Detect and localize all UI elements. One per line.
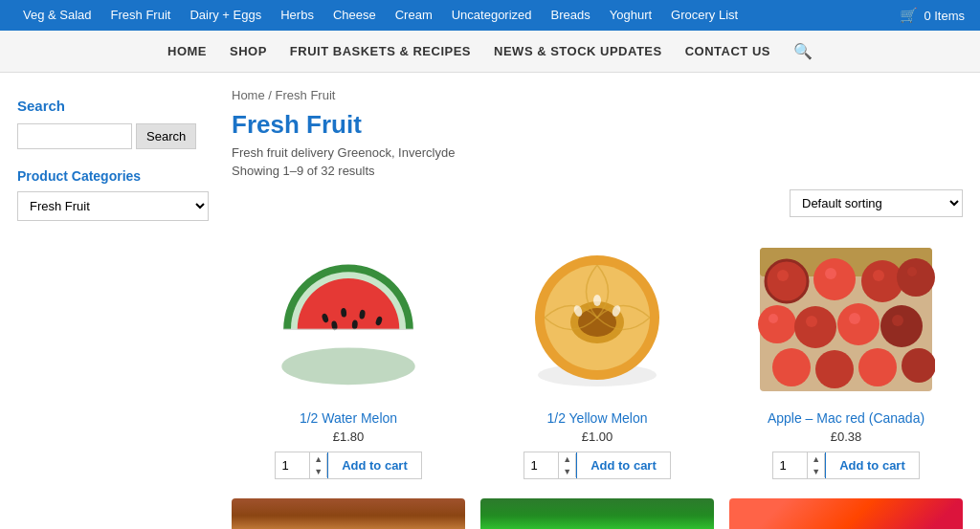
svg-point-36 bbox=[772, 348, 811, 386]
qty-up-apple[interactable]: ▲ bbox=[808, 453, 824, 466]
topnav-dairy-eggs[interactable]: Dairy + Eggs bbox=[182, 0, 269, 31]
qty-input-yellow-melon[interactable] bbox=[524, 452, 559, 478]
svg-point-33 bbox=[849, 313, 860, 324]
qty-up-yellow-melon[interactable]: ▲ bbox=[559, 453, 575, 466]
sorting-row: Default sorting Sort by popularity Sort … bbox=[232, 189, 963, 217]
svg-point-34 bbox=[880, 305, 923, 347]
mainnav-news[interactable]: NEWS & STOCK UPDATES bbox=[494, 44, 662, 58]
qty-input-watermelon[interactable] bbox=[276, 452, 310, 478]
product-name-watermelon[interactable]: 1/2 Water Melon bbox=[300, 410, 397, 426]
svg-point-28 bbox=[758, 305, 796, 343]
page-title: Fresh Fruit bbox=[232, 110, 963, 140]
cart-area[interactable]: 🛒 0 Items bbox=[900, 7, 965, 24]
product-name-yellow-melon[interactable]: 1/2 Yellow Melon bbox=[546, 410, 647, 426]
svg-point-25 bbox=[873, 270, 884, 281]
bottom-product-2 bbox=[480, 498, 714, 529]
main-navigation: HOME SHOP FRUIT BASKETS & RECIPES NEWS &… bbox=[0, 31, 980, 73]
qty-input-apple[interactable] bbox=[773, 452, 808, 478]
qty-down-apple[interactable]: ▼ bbox=[808, 466, 824, 478]
search-input[interactable] bbox=[17, 123, 132, 149]
svg-point-30 bbox=[794, 306, 836, 348]
svg-point-27 bbox=[907, 267, 917, 276]
sidebar-search-row: Search bbox=[17, 123, 209, 149]
product-price-yellow-melon: £1.00 bbox=[582, 430, 613, 444]
qty-down-watermelon[interactable]: ▼ bbox=[310, 466, 326, 478]
product-name-apple[interactable]: Apple – Mac red (Canada) bbox=[768, 410, 924, 426]
mainnav-contact[interactable]: CONTACT US bbox=[685, 44, 770, 58]
svg-point-35 bbox=[892, 315, 903, 326]
sidebar: Search Search Product Categories Fresh F… bbox=[17, 88, 209, 529]
product-price-watermelon: £1.80 bbox=[333, 430, 365, 444]
mainnav-shop[interactable]: SHOP bbox=[230, 44, 267, 58]
add-to-cart-row-apple: ▲ ▼ Add to cart bbox=[772, 452, 920, 479]
sort-select[interactable]: Default sorting Sort by popularity Sort … bbox=[790, 189, 963, 217]
svg-point-23 bbox=[825, 268, 836, 279]
cart-count: 0 Items bbox=[924, 9, 965, 23]
results-info: Showing 1–9 of 32 results bbox=[232, 164, 963, 178]
bottom-product-1 bbox=[232, 498, 465, 529]
svg-point-24 bbox=[861, 260, 903, 302]
topnav-breads[interactable]: Breads bbox=[544, 0, 598, 31]
page-layout: Search Search Product Categories Fresh F… bbox=[2, 73, 978, 529]
qty-spin-watermelon: ▲ ▼ bbox=[310, 453, 327, 478]
search-button[interactable]: Search bbox=[136, 123, 196, 149]
add-cart-button-watermelon[interactable]: Add to cart bbox=[327, 452, 421, 478]
qty-spin-yellow-melon: ▲ ▼ bbox=[559, 453, 576, 478]
page-subtitle: Fresh fruit delivery Greenock, Inverclyd… bbox=[232, 145, 963, 160]
svg-point-26 bbox=[897, 258, 935, 297]
main-content: Home / Fresh Fruit Fresh Fruit Fresh fru… bbox=[232, 88, 963, 529]
breadcrumb-current: Fresh Fruit bbox=[276, 88, 336, 102]
bottom-product-3 bbox=[729, 498, 963, 529]
topnav-yoghurt[interactable]: Yoghurt bbox=[602, 0, 659, 31]
mainnav-home[interactable]: HOME bbox=[167, 44, 207, 58]
svg-point-38 bbox=[858, 348, 897, 386]
svg-point-32 bbox=[837, 303, 880, 345]
product-card-watermelon: 1/2 Water Melon £1.80 ▲ ▼ Add to cart bbox=[232, 229, 465, 489]
product-card-apple: Apple – Mac red (Canada) £0.38 ▲ ▼ Add t… bbox=[729, 229, 963, 489]
topnav-cheese[interactable]: Cheese bbox=[325, 0, 384, 31]
search-icon-button[interactable]: 🔍 bbox=[793, 42, 813, 60]
svg-point-13 bbox=[578, 308, 616, 337]
breadcrumb-home[interactable]: Home bbox=[232, 88, 265, 102]
breadcrumb: Home / Fresh Fruit bbox=[232, 88, 963, 102]
product-price-apple: £0.38 bbox=[831, 430, 862, 444]
topnav-herbs[interactable]: Herbs bbox=[273, 0, 322, 31]
products-bottom-row bbox=[232, 498, 963, 529]
watermelon-svg bbox=[272, 246, 425, 394]
svg-point-39 bbox=[902, 348, 935, 383]
svg-point-0 bbox=[281, 347, 415, 385]
qty-down-yellow-melon[interactable]: ▼ bbox=[559, 466, 575, 478]
product-image-yellow-melon bbox=[490, 238, 704, 401]
topnav-fresh-fruit[interactable]: Fresh Fruit bbox=[103, 0, 179, 31]
product-card-yellow-melon: 1/2 Yellow Melon £1.00 ▲ ▼ Add to cart bbox=[480, 229, 714, 489]
breadcrumb-sep: / bbox=[268, 88, 275, 102]
svg-point-22 bbox=[813, 258, 856, 300]
topnav-uncategorized[interactable]: Uncategorized bbox=[444, 0, 540, 31]
product-categories-heading: Product Categories bbox=[17, 168, 209, 184]
qty-up-watermelon[interactable]: ▲ bbox=[310, 453, 326, 466]
svg-point-31 bbox=[806, 316, 817, 327]
add-cart-button-yellow-melon[interactable]: Add to cart bbox=[576, 452, 670, 478]
add-cart-button-apple[interactable]: Add to cart bbox=[825, 452, 919, 478]
cart-icon: 🛒 bbox=[900, 7, 918, 24]
topnav-veg-salad[interactable]: Veg & Salad bbox=[15, 0, 100, 31]
products-grid: 1/2 Water Melon £1.80 ▲ ▼ Add to cart bbox=[232, 229, 963, 489]
yellow-melon-svg bbox=[523, 246, 672, 394]
topnav-grocery-list[interactable]: Grocery List bbox=[663, 0, 746, 31]
svg-point-21 bbox=[777, 270, 789, 281]
apple-svg bbox=[758, 243, 935, 396]
svg-point-37 bbox=[815, 350, 854, 388]
product-image-watermelon bbox=[241, 238, 456, 401]
product-image-apple bbox=[739, 238, 953, 401]
add-to-cart-row-watermelon: ▲ ▼ Add to cart bbox=[275, 452, 422, 479]
sidebar-search-heading: Search bbox=[17, 98, 209, 114]
add-to-cart-row-yellow-melon: ▲ ▼ Add to cart bbox=[523, 452, 671, 479]
qty-spin-apple: ▲ ▼ bbox=[808, 453, 825, 478]
mainnav-fruit-baskets[interactable]: FRUIT BASKETS & RECIPES bbox=[290, 44, 471, 58]
top-navigation: Veg & Salad Fresh Fruit Dairy + Eggs Her… bbox=[0, 0, 980, 31]
svg-point-16 bbox=[593, 295, 601, 306]
svg-point-29 bbox=[768, 314, 778, 323]
product-category-select[interactable]: Fresh Fruit Veg & Salad Dairy + Eggs Her… bbox=[17, 191, 209, 221]
topnav-cream[interactable]: Cream bbox=[388, 0, 440, 31]
